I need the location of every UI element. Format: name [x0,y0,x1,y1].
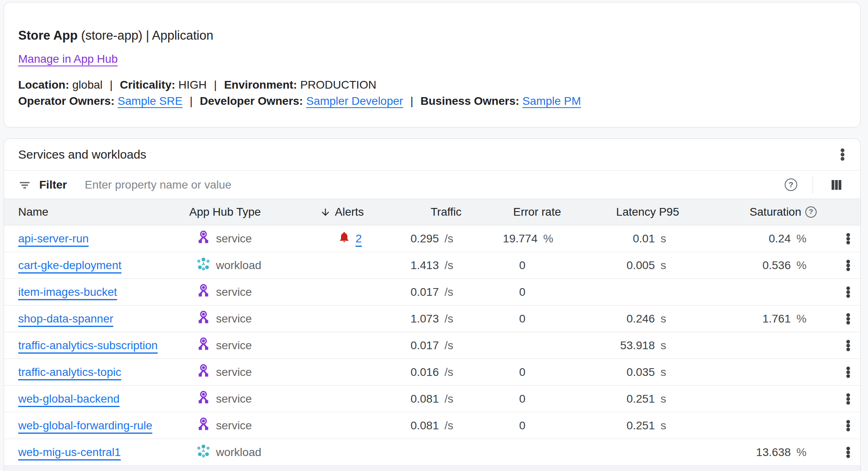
row-menu-button[interactable] [840,311,856,327]
column-header-saturation[interactable]: Saturation ? [706,206,835,219]
filter-bar: Filter ? [4,170,860,199]
latency-p95-cell: 0.251s [584,392,706,405]
apphub-service-icon [196,390,211,405]
error-rate-cell: 0 [467,259,584,272]
error-rate-cell: 0 [467,392,584,405]
app-hub-type-cell: service [174,390,299,407]
apphub-service-icon [196,310,211,325]
manage-in-app-hub-link[interactable]: Manage in App Hub [18,53,118,66]
saturation-cell: 0.24% [706,232,835,245]
row-actions [835,364,861,380]
resource-name-link[interactable]: web-mig-us-central1 [18,446,121,458]
row-actions [835,284,861,300]
metadata-line-1: Location: global | Criticality: HIGH | E… [18,77,846,93]
sort-descending-arrow-icon [320,207,331,218]
column-header-latency-p95[interactable]: Latency P95 [584,206,706,219]
developer-owner-link[interactable]: Sampler Developer [306,95,403,107]
apphub-service-icon [196,417,211,434]
developer-owners-label: Developer Owners: [200,95,303,107]
table-header-row: Name App Hub Type Alerts Traffic Error r… [4,199,860,225]
row-menu-button[interactable] [840,364,856,380]
apphub-service-icon [196,230,211,244]
row-menu-button[interactable] [840,284,856,300]
traffic-header-label: Traffic [431,206,462,219]
separator: | [110,78,112,91]
name-cell: traffic-analytics-topic [4,366,174,379]
operator-owners-label: Operator Owners: [18,95,114,107]
alerts-header-label: Alerts [335,206,364,219]
app-metadata: Location: global | Criticality: HIGH | E… [18,77,846,109]
alert-count-link[interactable]: 2 [356,232,362,245]
kebab-menu-icon [842,233,854,245]
page-title: Store App (store-app) | Application [18,27,846,45]
app-hub-type-cell: workload [174,257,299,274]
panel-more-menu-button[interactable] [834,146,851,163]
row-menu-button[interactable] [840,418,856,434]
resource-name-link[interactable]: api-server-run [18,232,89,245]
resource-name-link[interactable]: traffic-analytics-topic [18,366,121,378]
filter-input[interactable] [85,178,785,191]
column-header-alerts[interactable]: Alerts [299,206,374,219]
saturation-cell: 1.761% [706,312,835,325]
column-header-traffic[interactable]: Traffic [374,206,467,219]
resource-name-link[interactable]: web-global-backend [18,392,120,405]
apphub-service-icon [196,417,211,431]
column-header-name[interactable]: Name [4,206,174,219]
name-cell: web-mig-us-central1 [4,446,174,459]
help-icon[interactable]: ? [785,178,797,191]
row-actions [835,231,861,247]
name-cell: traffic-analytics-subscription [4,339,174,352]
row-actions [835,391,861,407]
app-title-rest: (store-app) | Application [78,28,213,42]
traffic-cell: 0.081/s [374,419,467,432]
apphub-service-icon [196,337,211,354]
table-row: cart-gke-deployment workload 1.413/s 0 0… [4,252,860,279]
type-label: workload [216,259,261,272]
column-header-app-hub-type[interactable]: App Hub Type [174,206,299,219]
row-menu-button[interactable] [840,231,856,247]
traffic-cell: 0.017/s [374,339,467,352]
saturation-help-icon[interactable]: ? [805,206,817,218]
operator-owner-link[interactable]: Sample SRE [118,95,182,107]
type-label: service [216,286,252,299]
kebab-menu-icon [842,339,854,352]
resource-name-link[interactable]: cart-gke-deployment [18,259,121,272]
row-menu-button[interactable] [840,257,856,274]
name-cell: shop-data-spanner [4,312,174,325]
row-menu-button[interactable] [840,444,856,460]
resource-name-link[interactable]: shop-data-spanner [18,312,113,325]
environment-label: Environment: [224,78,297,91]
latency-p95-cell: 0.01s [584,232,706,245]
business-owner-link[interactable]: Sample PM [523,95,581,107]
row-menu-button[interactable] [840,391,856,407]
column-header-error-rate[interactable]: Error rate [467,206,584,219]
traffic-cell: 0.295/s [374,232,467,245]
resource-name-link[interactable]: web-global-forwarding-rule [18,419,152,432]
filter-icon [18,178,31,191]
filter-label: Filter [39,178,67,191]
apphub-workload-icon [196,257,211,274]
apphub-workload-icon [196,443,211,458]
column-display-icon [830,178,843,191]
type-label: service [216,366,252,379]
traffic-cell: 0.017/s [374,286,467,299]
app-hub-type-cell: service [174,337,299,354]
latency-p95-cell: 0.005s [584,259,706,272]
latency-p95-cell: 0.035s [584,366,706,379]
table-row: traffic-analytics-subscription service 0… [4,332,860,359]
apphub-service-icon [196,337,211,351]
type-label: service [216,312,252,325]
column-display-options-button[interactable] [828,177,845,193]
panel-header: Services and workloads [4,139,860,170]
criticality-value: HIGH [178,78,207,91]
kebab-menu-icon [842,259,854,272]
resource-name-link[interactable]: traffic-analytics-subscription [18,339,158,352]
table-row: web-mig-us-central1 workload 13.638% [4,439,860,466]
app-header-card: Store App (store-app) | Application Mana… [4,2,861,127]
traffic-cell: 0.081/s [374,392,467,405]
resource-name-link[interactable]: item-images-bucket [18,286,117,298]
name-cell: item-images-bucket [4,286,174,299]
panel-title: Services and workloads [18,148,834,161]
separator: | [190,95,193,107]
row-menu-button[interactable] [840,337,856,354]
